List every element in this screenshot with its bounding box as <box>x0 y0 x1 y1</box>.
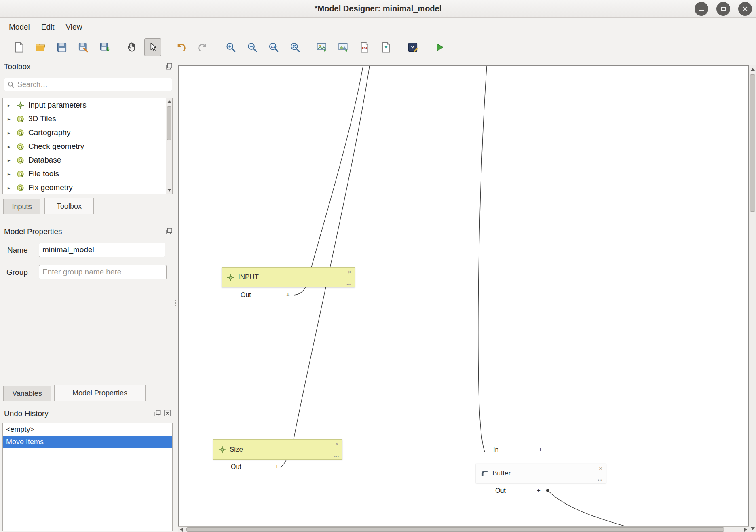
size-out-port-plus[interactable]: + <box>275 463 279 470</box>
menu-edit[interactable]: Edit <box>36 20 60 34</box>
model-name-field[interactable] <box>39 243 165 257</box>
tab-model-properties[interactable]: Model Properties <box>54 385 146 401</box>
tree-scrollbar-thumb[interactable] <box>167 106 171 140</box>
export-as-image-button[interactable] <box>313 38 330 56</box>
export-as-pdf-button[interactable]: PDF <box>356 38 373 56</box>
zoom-in-button[interactable] <box>222 38 239 56</box>
scroll-up-icon[interactable] <box>167 100 171 103</box>
save-model-in-project-button[interactable] <box>96 38 113 56</box>
tree-scrollbar[interactable] <box>166 98 172 194</box>
node-comment-dots-icon[interactable]: ••• <box>334 455 339 459</box>
scroll-right-icon[interactable] <box>744 528 747 532</box>
expand-arrow-icon[interactable]: ▸ <box>8 157 13 163</box>
scroll-left-icon[interactable] <box>180 528 183 532</box>
redo-button[interactable] <box>194 38 211 56</box>
scroll-up-icon[interactable] <box>751 68 755 71</box>
expand-arrow-icon[interactable]: ▸ <box>8 144 13 150</box>
menubar: Model Edit View <box>0 18 756 36</box>
undo-item-empty[interactable]: <empty> <box>3 423 172 436</box>
expand-arrow-icon[interactable]: ▸ <box>8 116 13 122</box>
run-model-button[interactable] <box>431 38 448 56</box>
node-size[interactable]: Size × ••• <box>213 439 342 460</box>
close-button[interactable] <box>738 2 752 16</box>
export-as-script-button[interactable]: * <box>378 38 395 56</box>
node-comment-dots-icon[interactable]: ••• <box>598 478 603 482</box>
tab-inputs[interactable]: Inputs <box>3 199 40 214</box>
canvas-vertical-scrollbar[interactable] <box>749 65 756 532</box>
menu-model[interactable]: Model <box>3 20 36 34</box>
toolbox-float-button[interactable] <box>166 63 172 70</box>
sidebar: Toolbox ▸ Input parameters ▸ 3D Tiles ▸ … <box>0 59 178 532</box>
buffer-out-port-socket[interactable] <box>546 489 549 492</box>
save-model-button[interactable] <box>53 38 70 56</box>
vertical-scrollbar-thumb[interactable] <box>750 74 755 212</box>
expand-arrow-icon[interactable]: ▸ <box>8 185 13 191</box>
zoom-out-button[interactable] <box>244 38 261 56</box>
menu-view[interactable]: View <box>60 20 88 34</box>
canvas-horizontal-scrollbar[interactable] <box>178 526 749 532</box>
model-canvas[interactable]: INPUT × ••• Out + Size × ••• Out + In + … <box>178 65 749 526</box>
edit-model-help-button[interactable]: ? <box>404 38 421 56</box>
name-label: Name <box>7 246 28 255</box>
input-parameter-icon <box>17 101 24 109</box>
node-collapse-icon[interactable]: × <box>348 268 351 275</box>
group-label: Group <box>6 268 28 277</box>
float-panel-icon <box>154 410 161 416</box>
horizontal-scrollbar-thumb[interactable] <box>186 527 724 532</box>
search-input[interactable] <box>17 80 163 89</box>
save-model-as-button[interactable] <box>75 38 92 56</box>
model-designer-window: *Model Designer: minimal_model Model Edi… <box>0 0 756 532</box>
undo-button[interactable] <box>173 38 190 56</box>
wire-to-size-out <box>280 66 370 467</box>
zoom-full-button[interactable] <box>287 38 304 56</box>
tree-item-file-tools[interactable]: ▸ File tools <box>3 167 172 181</box>
new-model-button[interactable] <box>11 38 27 56</box>
buffer-algorithm-icon <box>481 470 489 477</box>
zoom-actual-button[interactable]: 1:1 <box>265 38 282 56</box>
search-icon <box>8 81 15 88</box>
tab-toolbox[interactable]: Toolbox <box>44 198 94 214</box>
parameter-node-icon <box>227 274 234 281</box>
tree-item-3d-tiles[interactable]: ▸ 3D Tiles <box>3 112 172 126</box>
tree-item-cartography[interactable]: ▸ Cartography <box>3 126 172 139</box>
node-input[interactable]: INPUT × ••• <box>222 267 355 287</box>
undo-item-move-items[interactable]: Move Items <box>3 436 172 448</box>
node-buffer[interactable]: Buffer × ••• <box>476 464 606 483</box>
tree-item-input-parameters[interactable]: ▸ Input parameters <box>3 98 172 112</box>
scroll-down-icon[interactable] <box>167 189 171 192</box>
panel-splitter-handle[interactable] <box>174 297 177 309</box>
model-group-field[interactable] <box>39 265 167 279</box>
expand-arrow-icon[interactable]: ▸ <box>8 130 13 136</box>
buffer-in-port-plus[interactable]: + <box>538 446 542 453</box>
undo-history-float-button[interactable] <box>154 410 161 416</box>
open-model-button[interactable] <box>32 38 49 56</box>
scroll-down-icon[interactable] <box>751 527 755 530</box>
wire-from-buffer-out <box>549 492 627 526</box>
node-comment-dots-icon[interactable]: ••• <box>347 283 352 287</box>
model-properties-float-button[interactable] <box>166 228 172 234</box>
zoom-actual-icon: 1:1 <box>268 42 279 53</box>
expand-arrow-icon[interactable]: ▸ <box>8 171 13 177</box>
export-image-icon <box>316 42 327 53</box>
pan-tool-button[interactable] <box>123 38 140 56</box>
tree-item-fix-geometry[interactable]: ▸ Fix geometry <box>3 181 172 194</box>
toolbox-tree: ▸ Input parameters ▸ 3D Tiles ▸ Cartogra… <box>2 98 173 194</box>
export-pdf-icon: PDF <box>359 42 370 53</box>
tab-variables[interactable]: Variables <box>3 386 51 401</box>
undo-icon <box>175 42 187 53</box>
expand-arrow-icon[interactable]: ▸ <box>8 102 13 108</box>
toolbox-search[interactable] <box>4 78 172 91</box>
tree-item-database[interactable]: ▸ Database <box>3 153 172 167</box>
input-out-port-plus[interactable]: + <box>286 291 290 298</box>
node-collapse-icon[interactable]: × <box>599 465 602 472</box>
buffer-out-port-plus[interactable]: + <box>537 487 541 494</box>
tree-item-check-geometry[interactable]: ▸ Check geometry <box>3 139 172 153</box>
select-items-tool-button[interactable] <box>144 38 161 56</box>
toolbar: 1:1 PDF * ? <box>0 36 756 59</box>
export-as-svg-button[interactable] <box>335 38 352 56</box>
node-collapse-icon[interactable]: × <box>335 441 339 448</box>
minimize-button[interactable] <box>695 2 708 16</box>
zoom-in-icon <box>225 42 237 53</box>
undo-history-close-button[interactable] <box>164 410 171 416</box>
maximize-button[interactable] <box>716 2 730 16</box>
